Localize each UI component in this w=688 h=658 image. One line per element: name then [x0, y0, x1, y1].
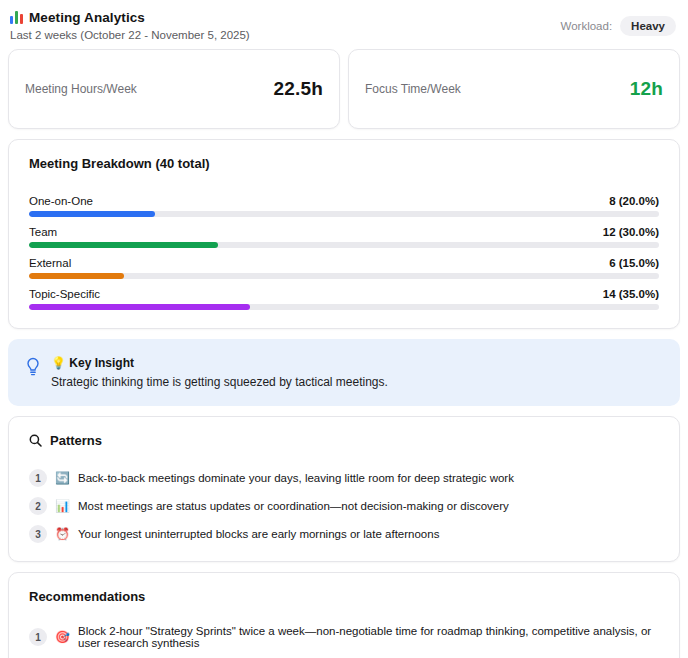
header-left: Meeting Analytics Last 2 weeks (October …	[10, 10, 250, 41]
workload-label: Workload:	[561, 20, 613, 32]
insight-text: Strategic thinking time is getting squee…	[51, 375, 388, 389]
pattern-text: Your longest uninterrupted blocks are ea…	[78, 528, 439, 540]
stats-row: Meeting Hours/Week 22.5h Focus Time/Week…	[8, 49, 680, 129]
workload-badge: Heavy	[620, 16, 676, 36]
alarm-clock-icon: ⏰	[55, 528, 70, 540]
search-icon	[29, 434, 42, 447]
bar-value: 6 (15.0%)	[609, 257, 659, 269]
stat-card-focus-time: Focus Time/Week 12h	[348, 49, 680, 129]
item-number-badge: 1	[29, 469, 47, 487]
bar-fill	[29, 304, 250, 310]
recommendations-title: Recommendations	[29, 589, 659, 604]
item-number-badge: 2	[29, 497, 47, 515]
sync-icon: 🔄	[55, 472, 70, 484]
lightbulb-icon	[26, 357, 40, 377]
bar-track	[29, 211, 659, 217]
insight-content: 💡 Key Insight Strategic thinking time is…	[51, 356, 388, 389]
recommendations-list: 1 🎯 Block 2-hour "Strategy Sprints" twic…	[29, 625, 659, 658]
patterns-title: Patterns	[50, 433, 102, 448]
date-range-subtitle: Last 2 weeks (October 22 - November 5, 2…	[10, 29, 250, 41]
recommendation-text: Block 2-hour "Strategy Sprints" twice a …	[78, 625, 659, 649]
pattern-text: Most meetings are status updates or coor…	[78, 500, 509, 512]
pattern-item: 2 📊 Most meetings are status updates or …	[29, 497, 659, 515]
patterns-list: 1 🔄 Back-to-back meetings dominate your …	[29, 469, 659, 543]
item-number-badge: 3	[29, 525, 47, 543]
bar-value: 12 (30.0%)	[603, 226, 659, 238]
title-row: Meeting Analytics	[10, 10, 250, 25]
pattern-item: 3 ⏰ Your longest uninterrupted blocks ar…	[29, 525, 659, 543]
bar-label: External	[29, 257, 71, 269]
bar-track	[29, 242, 659, 248]
bar-chart-emoji-icon: 📊	[55, 500, 70, 512]
pattern-text: Back-to-back meetings dominate your days…	[78, 472, 514, 484]
stat-value: 22.5h	[273, 78, 323, 100]
stat-label: Focus Time/Week	[365, 82, 461, 96]
bar-row-team: Team 12 (30.0%)	[29, 226, 659, 248]
workload-indicator: Workload: Heavy	[561, 16, 676, 36]
item-number-badge: 1	[29, 628, 47, 646]
bar-track	[29, 273, 659, 279]
bar-row-topic-specific: Topic-Specific 14 (35.0%)	[29, 288, 659, 310]
bar-fill	[29, 242, 218, 248]
breakdown-card: Meeting Breakdown (40 total) One-on-One …	[8, 139, 680, 329]
bar-value: 14 (35.0%)	[603, 288, 659, 300]
bar-label: Team	[29, 226, 57, 238]
pattern-item: 1 🔄 Back-to-back meetings dominate your …	[29, 469, 659, 487]
bar-label: One-on-One	[29, 195, 93, 207]
patterns-card: Patterns 1 🔄 Back-to-back meetings domin…	[8, 416, 680, 562]
header: Meeting Analytics Last 2 weeks (October …	[8, 8, 680, 41]
breakdown-title: Meeting Breakdown (40 total)	[29, 156, 659, 171]
bar-track	[29, 304, 659, 310]
stat-value: 12h	[630, 78, 663, 100]
insight-title: 💡 Key Insight	[51, 356, 388, 370]
stat-card-meeting-hours: Meeting Hours/Week 22.5h	[8, 49, 340, 129]
recommendations-card: Recommendations 1 🎯 Block 2-hour "Strate…	[8, 572, 680, 658]
bar-row-external: External 6 (15.0%)	[29, 257, 659, 279]
meeting-analytics-page: Meeting Analytics Last 2 weeks (October …	[0, 0, 688, 658]
key-insight-box: 💡 Key Insight Strategic thinking time is…	[8, 339, 680, 406]
bar-chart-icon	[10, 11, 23, 24]
bar-row-one-on-one: One-on-One 8 (20.0%)	[29, 195, 659, 217]
breakdown-bars: One-on-One 8 (20.0%) Team 12 (30.0%) Ext…	[29, 195, 659, 310]
target-icon: 🎯	[55, 631, 70, 643]
recommendation-item: 1 🎯 Block 2-hour "Strategy Sprints" twic…	[29, 625, 659, 649]
bar-value: 8 (20.0%)	[609, 195, 659, 207]
bar-fill	[29, 273, 124, 279]
stat-label: Meeting Hours/Week	[25, 82, 137, 96]
bar-fill	[29, 211, 155, 217]
bar-label: Topic-Specific	[29, 288, 100, 300]
page-title: Meeting Analytics	[29, 10, 145, 25]
